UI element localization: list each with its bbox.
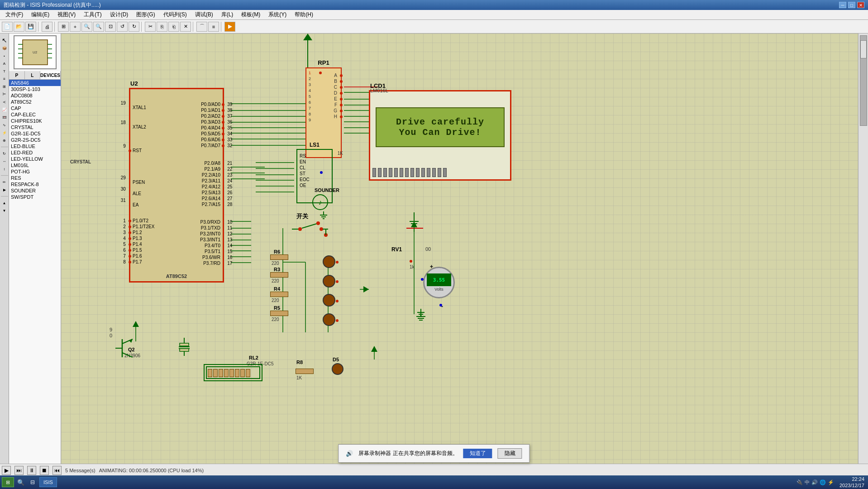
schematic-canvas[interactable]: U2 19 XTAL1 18 XTAL2 9 RST 29 PSEN 30 AL… xyxy=(61,34,858,464)
wire-label-tool[interactable]: A xyxy=(1,60,8,67)
menu-graphics[interactable]: 图形(G) xyxy=(133,10,158,19)
device-lm016l[interactable]: LM016L xyxy=(9,162,61,168)
wire-btn[interactable]: ⌒ xyxy=(196,22,207,32)
subcircuit-tool[interactable]: ⊞ xyxy=(1,83,8,90)
rp1-pin1-dot xyxy=(319,72,322,74)
p24-label: P2.4/A12 xyxy=(202,184,220,189)
battery-tool[interactable]: ⊕ xyxy=(1,137,8,144)
device-at89c52[interactable]: AT89C52 xyxy=(9,99,61,105)
menu-view[interactable]: 视图(V) xyxy=(54,10,79,19)
select-tool[interactable]: ↖ xyxy=(1,37,8,43)
probe-tool[interactable]: ⚡ xyxy=(1,129,8,136)
menu-debug[interactable]: 调试(B) xyxy=(191,10,217,19)
r5-resistor xyxy=(270,311,288,316)
menu-help[interactable]: 帮助(H) xyxy=(291,10,317,19)
notification-ok-button[interactable]: 知道了 xyxy=(463,449,492,458)
device-an5846[interactable]: AN5846 xyxy=(9,80,61,86)
component-tool[interactable]: 📦 xyxy=(1,45,8,51)
tab-devices[interactable]: DEVICES xyxy=(40,71,61,79)
step-back-button[interactable]: ⏮ xyxy=(52,466,62,475)
terminal-tool[interactable]: ⊢ xyxy=(1,91,8,97)
device-chipres[interactable]: CHIPRES10K xyxy=(9,118,61,124)
step-fwd-button[interactable]: ⏭ xyxy=(14,466,24,475)
pin-tool[interactable]: ≺ xyxy=(1,99,8,105)
device-cap-elec[interactable]: CAP-ELEC xyxy=(9,111,61,118)
zoomfit-btn[interactable]: ⊡ xyxy=(105,22,116,32)
tray-icon-3[interactable]: 🔊 xyxy=(811,479,818,485)
new-btn[interactable]: 📄 xyxy=(2,22,13,32)
text-tool[interactable]: T xyxy=(1,68,8,74)
device-g2r1e[interactable]: G2R-1E-DC5 xyxy=(9,130,61,137)
graph-tool[interactable]: 📈 xyxy=(1,106,8,113)
search-button[interactable]: 🔍 xyxy=(16,477,26,487)
menu-file[interactable]: 文件(F) xyxy=(2,10,27,19)
tray-icon-5[interactable]: ⚡ xyxy=(828,479,834,485)
minimize-button[interactable]: ─ xyxy=(839,2,846,8)
zoomout-btn[interactable]: 🔍 xyxy=(93,22,104,32)
generator-tool[interactable]: ∿ xyxy=(1,122,8,128)
device-led-red[interactable]: LED-RED xyxy=(9,149,61,156)
bus-tool[interactable]: ≡ xyxy=(1,76,8,82)
rotate-tool[interactable]: ↻ xyxy=(1,150,8,157)
scrollbar-thumb[interactable] xyxy=(860,40,867,58)
menu-design[interactable]: 设计(D) xyxy=(106,10,132,19)
scrollbar-track[interactable] xyxy=(860,35,867,126)
run-tool[interactable]: ▶ xyxy=(1,187,8,193)
notification-cancel-button[interactable]: 隐藏 xyxy=(498,448,522,459)
stop-button[interactable]: ⏹ xyxy=(40,466,49,475)
close-button[interactable]: ✕ xyxy=(857,2,864,8)
device-300sp[interactable]: 300SP-1-103 xyxy=(9,86,61,92)
flip-h-tool[interactable]: ↔ xyxy=(1,158,8,164)
pause-button[interactable]: ⏸ xyxy=(27,466,36,475)
paste-btn[interactable]: ⎗ xyxy=(168,22,179,32)
tab-p[interactable]: P xyxy=(9,71,25,79)
menu-code[interactable]: 代码列(S) xyxy=(160,10,191,19)
menu-edit[interactable]: 编辑(E) xyxy=(28,10,53,19)
device-pot-hg[interactable]: POT-HG xyxy=(9,168,61,175)
device-g2r2s[interactable]: G2R-2S-DC5 xyxy=(9,137,61,143)
tray-icon-2[interactable]: 中 xyxy=(805,479,810,486)
p17-pin xyxy=(129,261,131,264)
isis-taskbar-item[interactable]: ISIS xyxy=(39,477,57,487)
start-button[interactable]: ⊞ xyxy=(2,477,14,487)
junction-tool[interactable]: • xyxy=(1,53,8,59)
device-crystal[interactable]: CRYSTAL xyxy=(9,124,61,130)
delete-btn[interactable]: ✕ xyxy=(180,22,191,32)
device-led-yellow[interactable]: LED-YELLOW xyxy=(9,156,61,162)
save-btn[interactable]: 💾 xyxy=(25,22,36,32)
maximize-button[interactable]: □ xyxy=(848,2,855,8)
tray-icon-1[interactable]: 🔌 xyxy=(796,479,803,485)
tape-tool[interactable]: 📼 xyxy=(1,114,8,120)
grid-btn[interactable]: ⊞ xyxy=(58,22,69,32)
print-btn[interactable]: 🖨 xyxy=(42,22,52,32)
device-respack[interactable]: RESPACK-8 xyxy=(9,181,61,187)
down-tool[interactable]: ▼ xyxy=(1,207,8,214)
menu-library[interactable]: 库(L) xyxy=(218,10,237,19)
device-led-blue[interactable]: LED-BLUE xyxy=(9,143,61,149)
bus-btn[interactable]: ≡ xyxy=(208,22,219,32)
redo-btn[interactable]: ↻ xyxy=(129,22,139,32)
open-btn[interactable]: 📂 xyxy=(14,22,24,32)
menu-system[interactable]: 系统(Y) xyxy=(265,10,290,19)
edit-tool[interactable]: ✏ xyxy=(1,179,8,185)
up-tool[interactable]: ▲ xyxy=(1,200,8,206)
device-swspdt[interactable]: SW/SPDT xyxy=(9,194,61,200)
flip-v-tool[interactable]: ↕ xyxy=(1,166,8,172)
undo-btn[interactable]: ↺ xyxy=(117,22,128,32)
zoomin-btn[interactable]: 🔍 xyxy=(81,22,92,32)
taskview-button[interactable]: ⊟ xyxy=(28,477,38,487)
menu-template[interactable]: 模板(M) xyxy=(238,10,264,19)
device-adc0808[interactable]: ADC0808 xyxy=(9,92,61,99)
device-sounder[interactable]: SOUNDER xyxy=(9,187,61,194)
cut-btn[interactable]: ✂ xyxy=(145,22,156,32)
menu-tools[interactable]: 工具(T) xyxy=(80,10,105,19)
device-cap[interactable]: CAP xyxy=(9,105,61,111)
origin-btn[interactable]: + xyxy=(70,22,81,32)
simulate-btn[interactable]: ▶ xyxy=(224,22,235,32)
device-res[interactable]: RES xyxy=(9,175,61,181)
play-button[interactable]: ▶ xyxy=(2,466,11,475)
copy-btn[interactable]: ⎘ xyxy=(157,22,167,32)
tab-l[interactable]: L xyxy=(25,71,41,79)
clock-display[interactable]: 22:24 2023/12/17 xyxy=(836,476,864,489)
tray-icon-4[interactable]: 🌐 xyxy=(820,479,826,485)
